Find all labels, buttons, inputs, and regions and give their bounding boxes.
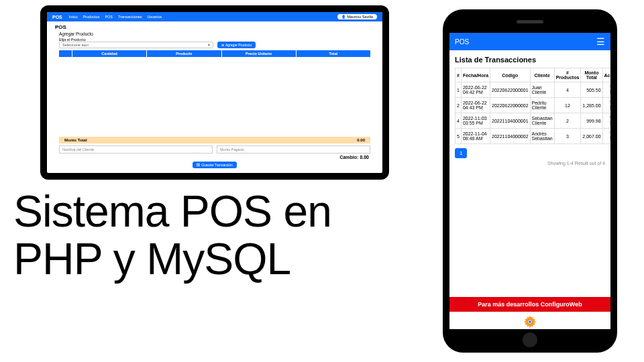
cell-num: 2 (455, 98, 462, 113)
nav-transacciones[interactable]: Transacciones (118, 15, 142, 19)
add-product-button[interactable]: Agregar Producto (217, 42, 256, 48)
client-name-input[interactable]: Nombre del Cliente (59, 145, 213, 154)
configuroweb-logo (449, 312, 610, 329)
cart-table-header: Cantidad Producto Precio Unitario Total (59, 50, 370, 57)
checkout-inputs: Nombre del Cliente Monto Pagado (59, 145, 370, 154)
add-product-label: Agregar Producto (225, 43, 252, 47)
headline-line-2: PHP y MySQL (13, 235, 331, 283)
table-head-row: # Fecha/Hora Código Cliente # Productos … (455, 68, 611, 82)
cell-client: Andrés Sebastian (530, 129, 554, 144)
cell-date: 2022-06-22 04:43 PM (461, 98, 490, 113)
cell-client: Juan Cliente (530, 82, 554, 98)
delete-icon[interactable]: 🗑 (604, 105, 610, 111)
cell-num: 4 (455, 113, 462, 129)
product-select[interactable]: Seleccione aquí ▾ (59, 42, 213, 48)
gear-icon (523, 314, 537, 329)
table-row: 22022-06-22 04:43 PM20220622000002Pedrit… (455, 98, 611, 113)
phone-frame: POS ☰ Lista de Transacciones # Fecha/Hor… (443, 9, 617, 353)
table-row: 12022-06-22 04:42 PM20220622000001Juan C… (455, 82, 611, 98)
phone-speaker (517, 20, 543, 23)
th-client: Cliente (530, 68, 554, 82)
th-total: Total (297, 50, 370, 57)
cell-qty: 2 (554, 113, 581, 129)
table-row: 52022-11-04 08:48 AM20221104000002Andrés… (455, 129, 611, 144)
svg-point-2 (529, 320, 531, 323)
desktop-body: POS Agregar Producto Elija el Producto S… (47, 21, 382, 173)
cell-client: Pedrito Cliente (530, 98, 554, 113)
amount-paid-input[interactable]: Monto Pagado (217, 145, 370, 154)
cell-total: 2,067.00 (581, 129, 602, 144)
page-title: POS (55, 24, 374, 30)
phone-home-button[interactable] (523, 333, 537, 347)
transactions-table: # Fecha/Hora Código Cliente # Productos … (455, 68, 610, 144)
delete-icon[interactable]: 🗑 (604, 90, 610, 95)
save-transaction-button[interactable]: Guardar Transacción (193, 162, 237, 168)
headline-text: Sistema POS en PHP y MySQL (13, 188, 331, 284)
cell-qty: 12 (554, 98, 581, 113)
product-select-row: Seleccione aquí ▾ Agregar Producto (55, 42, 374, 48)
cell-total: 1,285.00 (581, 98, 602, 113)
mobile-brand[interactable]: POS (455, 38, 469, 46)
delete-icon[interactable]: 🗑 (604, 121, 610, 126)
nav-productos[interactable]: Productos (83, 15, 100, 19)
laptop-frame: POS Inicio Productos POS Transacciones U… (40, 5, 389, 180)
phone-screen: POS ☰ Lista de Transacciones # Fecha/Hor… (449, 33, 610, 329)
top-nav: Inicio Productos POS Transacciones Usuar… (69, 15, 338, 19)
cell-qty: 3 (554, 129, 581, 144)
laptop-screen: POS Inicio Productos POS Transacciones U… (47, 12, 382, 173)
save-label: Guardar Transacción (201, 163, 233, 167)
pagination-page-1[interactable]: 1 (455, 148, 467, 158)
cell-num: 1 (455, 82, 462, 98)
th-prod-count: # Productos (554, 68, 581, 82)
th-date: Fecha/Hora (461, 68, 490, 82)
user-name-label: Mauricio Sevilla (347, 15, 373, 19)
cell-actions: 👁🗑 (602, 113, 610, 129)
th-product: Producto (147, 50, 221, 57)
cell-qty: 4 (554, 82, 581, 98)
cell-total: 505.50 (581, 82, 602, 98)
mobile-page-title: Lista de Transacciones (455, 56, 605, 64)
table-row: 42022-11-03 03:55 PM20221104000001Sebast… (455, 113, 611, 129)
select-placeholder: Seleccione aquí (62, 43, 89, 47)
th-num: # (455, 68, 462, 82)
hamburger-icon[interactable]: ☰ (596, 37, 605, 46)
total-value: 0.00 (357, 138, 365, 142)
th-action: Acción (602, 68, 610, 82)
total-label: Monto Total (64, 138, 87, 142)
cell-code: 20221104000001 (490, 113, 531, 129)
phone-body: POS ☰ Lista de Transacciones # Fecha/Hor… (443, 9, 617, 353)
nav-pos[interactable]: POS (105, 15, 113, 19)
change-display: Cambio: 0.00 (55, 155, 374, 160)
mobile-content: Lista de Transacciones # Fecha/Hora Códi… (449, 50, 610, 297)
cell-actions: 👁🗑 (602, 129, 610, 144)
th-code: Código (490, 68, 531, 82)
nav-inicio[interactable]: Inicio (69, 15, 78, 19)
grand-total-row: Monto Total 0.00 (59, 137, 370, 143)
mobile-footer-banner[interactable]: Para más desarrollos ConfiguroWeb (449, 297, 610, 312)
section-title: Agregar Producto (55, 32, 374, 36)
th-unit-price: Precio Unitario (222, 50, 297, 57)
cell-date: 2022-11-03 03:55 PM (461, 113, 490, 129)
results-summary: Showing 1-4 Result out of 4 (455, 161, 605, 166)
cell-actions: 👁🗑 (602, 82, 610, 98)
th-amount: Monto Total (581, 68, 602, 82)
desktop-topbar: POS Inicio Productos POS Transacciones U… (47, 12, 382, 21)
chevron-down-icon: ▾ (208, 43, 210, 47)
mobile-topbar: POS ☰ (449, 33, 610, 50)
cell-actions: 👁🗑 (602, 98, 610, 113)
change-label: Cambio: (339, 155, 358, 160)
cell-date: 2022-11-04 08:48 AM (461, 129, 490, 144)
laptop-bezel: POS Inicio Productos POS Transacciones U… (40, 5, 389, 180)
cell-total: 999.98 (581, 113, 602, 129)
cell-date: 2022-06-22 04:42 PM (461, 82, 490, 98)
delete-icon[interactable]: 🗑 (604, 136, 610, 141)
cell-code: 20221104000002 (490, 129, 531, 144)
brand-logo[interactable]: POS (52, 15, 62, 19)
cell-num: 5 (455, 129, 462, 144)
nav-usuarios[interactable]: Usuarios (148, 15, 162, 19)
headline-line-1: Sistema POS en (13, 188, 331, 235)
user-chip[interactable]: Mauricio Sevilla (337, 14, 377, 19)
change-value: 0.00 (360, 155, 369, 160)
cell-client: Sebastian Cliente (530, 113, 554, 129)
cell-code: 20220622000002 (490, 98, 531, 113)
